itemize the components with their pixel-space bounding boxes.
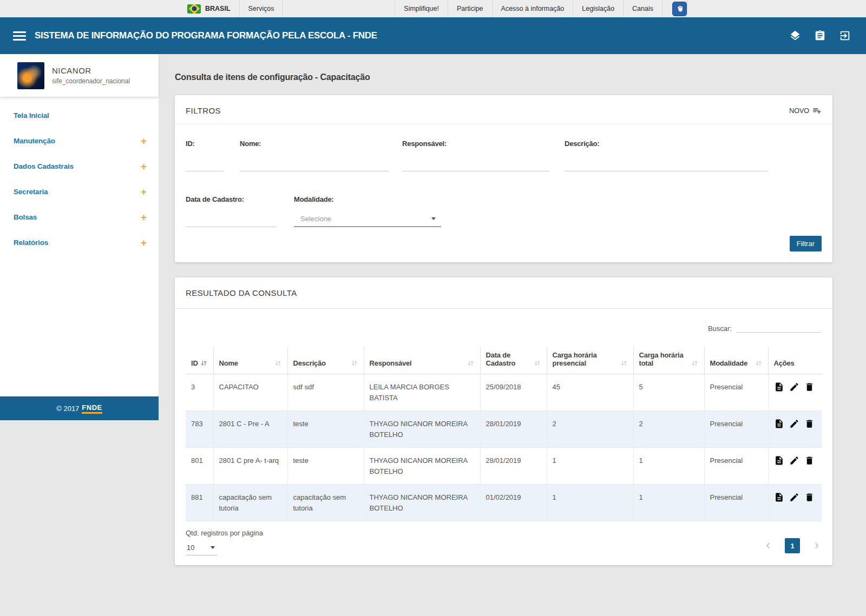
sort-icon[interactable]: [351, 359, 358, 367]
chevron-left-icon[interactable]: [763, 541, 773, 551]
column-header-label: ID: [191, 359, 198, 367]
per-page-label: Qtd. registros por página: [186, 529, 263, 537]
sort-icon[interactable]: [467, 359, 475, 367]
per-page-select[interactable]: 10: [186, 544, 217, 555]
sidebar-item-label: Bolsas: [14, 213, 37, 221]
layers-icon[interactable]: [789, 30, 801, 42]
sort-icon[interactable]: [534, 359, 541, 367]
sidebar-item-label: Relatórios: [14, 239, 48, 247]
descricao-input[interactable]: [565, 156, 767, 171]
column-header-label: Data de Cadastro: [486, 351, 532, 367]
sidebar-item[interactable]: Bolsas +: [0, 204, 159, 230]
sidebar-footer: © 2017 FNDE: [0, 396, 159, 420]
sort-icon[interactable]: [691, 359, 699, 367]
cell-data-cadastro: 28/01/2019: [480, 448, 547, 485]
sidebar-item[interactable]: Secretaria +: [0, 179, 159, 204]
edit-pencil-icon[interactable]: [789, 492, 799, 502]
delete-trash-icon[interactable]: [804, 382, 815, 392]
data-cadastro-input[interactable]: [186, 212, 276, 227]
sidebar: NICANOR sife_coordenador_nacional Tela I…: [0, 54, 159, 616]
cell-nome: 2801 C - Pre - A: [213, 411, 287, 448]
column-header[interactable]: Carga horária presencial: [547, 347, 633, 374]
edit-pencil-icon[interactable]: [789, 455, 799, 466]
results-panel: RESULTADO DA CONSULTA Buscar:: [175, 277, 832, 565]
sidebar-item-label: Secretaria: [14, 188, 48, 196]
gov-link[interactable]: Acesso à informação: [492, 0, 573, 17]
cell-nome: capacitação sem tutoria: [213, 485, 287, 521]
cell-nome: 2801 C pre A- t-arq: [213, 448, 287, 485]
table-row: 783 2801 C - Pre - A teste THYAGO NICANO…: [186, 411, 822, 448]
user-name: NICANOR: [52, 66, 130, 75]
plus-icon: +: [141, 188, 147, 196]
cell-carga-total: 1: [633, 448, 704, 485]
responsavel-input[interactable]: [402, 156, 550, 171]
chevron-right-icon[interactable]: [812, 541, 822, 551]
column-header[interactable]: Data de Cadastro: [480, 347, 547, 374]
plus-icon: +: [141, 239, 147, 247]
plus-icon: +: [141, 214, 147, 221]
sort-icon[interactable]: [755, 359, 763, 367]
filtrar-button[interactable]: Filtrar: [790, 236, 822, 251]
novo-button[interactable]: NOVO: [789, 106, 822, 115]
column-header[interactable]: ID: [186, 347, 213, 374]
descricao-label: Descrição:: [565, 140, 767, 148]
vlibras-hand-icon[interactable]: [672, 2, 687, 16]
user-avatar: [17, 62, 44, 89]
cell-descricao: teste: [287, 411, 364, 448]
column-header[interactable]: Descrição: [287, 347, 364, 374]
chevron-down-icon: [211, 546, 215, 549]
view-document-icon[interactable]: [774, 455, 784, 466]
brazil-flag-icon: [187, 4, 201, 14]
copyright-text: © 2017: [56, 405, 79, 413]
playlist-add-icon: [812, 106, 822, 115]
table-row: 3 CAPACITAO sdf sdf LEILA MARCIA BORGES …: [186, 374, 822, 411]
column-header-label: Ações: [774, 359, 795, 367]
delete-trash-icon[interactable]: [804, 419, 815, 429]
buscar-input[interactable]: [736, 321, 822, 333]
menu-hamburger-icon[interactable]: [13, 29, 26, 42]
delete-trash-icon[interactable]: [804, 455, 815, 466]
sidebar-item[interactable]: Relatórios +: [0, 230, 159, 255]
edit-pencil-icon[interactable]: [789, 382, 799, 392]
id-input[interactable]: [186, 156, 224, 171]
nome-input[interactable]: [240, 156, 389, 171]
cell-carga-total: 2: [633, 411, 704, 448]
cell-carga-presencial: 1: [547, 485, 633, 521]
column-header[interactable]: Ações: [768, 347, 822, 374]
column-header[interactable]: Modalidade: [704, 347, 768, 374]
sidebar-item[interactable]: Tela Inicial +: [0, 103, 159, 128]
view-document-icon[interactable]: [774, 492, 784, 502]
fnde-link[interactable]: FNDE: [82, 403, 102, 414]
logout-icon[interactable]: [839, 30, 851, 42]
sidebar-item[interactable]: Manutenção +: [0, 128, 159, 154]
gov-link[interactable]: Participe: [448, 0, 492, 17]
clipboard-icon[interactable]: [814, 30, 826, 42]
gov-link[interactable]: Canais: [623, 0, 662, 17]
column-header[interactable]: Carga horária total: [633, 347, 704, 374]
sort-icon[interactable]: [274, 359, 282, 367]
novo-label: NOVO: [789, 107, 809, 115]
column-header[interactable]: Nome: [213, 347, 287, 374]
view-document-icon[interactable]: [774, 382, 784, 392]
cell-id: 801: [186, 448, 213, 485]
cell-carga-total: 5: [633, 374, 704, 411]
view-document-icon[interactable]: [774, 419, 784, 429]
sort-icon[interactable]: [620, 359, 628, 367]
edit-pencil-icon[interactable]: [789, 419, 799, 429]
gov-link-servicos[interactable]: Serviços: [239, 0, 283, 17]
delete-trash-icon[interactable]: [804, 492, 815, 502]
cell-modalidade: Presencial: [704, 411, 768, 448]
gov-link[interactable]: Simplifique!: [395, 0, 448, 17]
responsavel-label: Responsável:: [402, 140, 550, 148]
page-number-current[interactable]: 1: [785, 538, 800, 553]
sort-icon[interactable]: [200, 359, 208, 367]
sidebar-item[interactable]: Dados Cadastrais +: [0, 154, 159, 179]
column-header[interactable]: Responsável: [364, 347, 480, 374]
modalidade-select[interactable]: Selecione: [294, 211, 441, 227]
gov-brand[interactable]: BRASIL: [179, 0, 239, 17]
cell-modalidade: Presencial: [704, 448, 768, 485]
filters-panel: FILTROS NOVO ID: Nome:: [175, 95, 832, 262]
chevron-down-icon: [431, 217, 436, 220]
gov-link[interactable]: Legislação: [573, 0, 623, 17]
app-header: SISTEMA DE INFORMAÇÃO DO PROGRAMA FORMAÇ…: [0, 17, 866, 54]
